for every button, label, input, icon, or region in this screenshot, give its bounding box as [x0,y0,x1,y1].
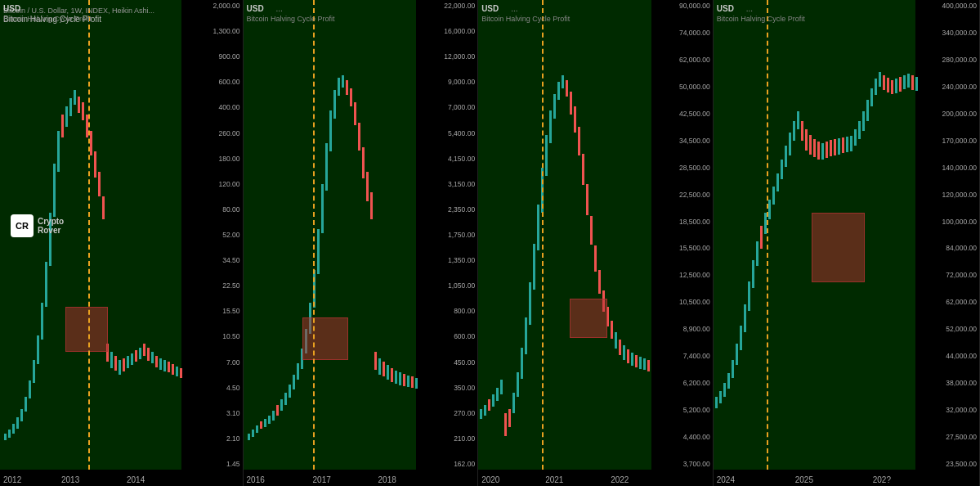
svg-rect-14 [61,115,64,137]
svg-rect-168 [879,72,881,87]
svg-rect-133 [736,344,738,365]
svg-rect-110 [578,127,580,155]
svg-rect-147 [793,121,795,141]
svg-rect-79 [391,368,393,382]
svg-rect-13 [57,131,60,172]
svg-rect-30 [127,356,129,368]
svg-rect-16 [69,98,72,116]
svg-rect-115 [598,270,601,294]
svg-rect-15 [65,106,68,127]
svg-rect-17 [74,90,76,105]
svg-rect-134 [740,326,742,350]
red-box-2 [302,317,348,360]
halving-line-2 [313,0,315,470]
svg-rect-29 [123,358,125,371]
svg-rect-61 [317,229,320,274]
chart-title-4: Bitcoin Halving Cycle Profit [717,15,805,23]
svg-rect-128 [715,397,718,408]
svg-rect-139 [760,226,763,249]
svg-rect-39 [163,360,166,371]
svg-rect-56 [297,363,299,380]
svg-rect-63 [325,143,328,191]
svg-rect-118 [611,321,613,339]
year-2022: 2022 [611,475,629,484]
svg-rect-45 [252,430,254,437]
svg-rect-170 [887,78,889,92]
usd-label-1: USD [3,4,20,13]
svg-rect-96 [521,348,523,379]
svg-rect-138 [756,241,758,266]
candle-chart-2 [244,33,419,470]
svg-rect-160 [846,137,848,152]
svg-rect-52 [280,399,283,411]
svg-rect-150 [805,129,808,151]
svg-rect-37 [155,356,158,367]
svg-rect-18 [78,97,80,113]
svg-rect-24 [102,196,105,219]
svg-rect-167 [875,79,877,95]
svg-rect-173 [899,77,902,92]
svg-rect-28 [119,360,121,375]
svg-rect-121 [623,345,625,360]
svg-rect-169 [883,75,885,90]
year-2018: 2018 [378,475,396,484]
svg-rect-112 [586,184,588,215]
svg-rect-35 [147,348,150,361]
svg-rect-21 [90,131,92,155]
svg-rect-127 [647,360,650,371]
svg-rect-113 [590,216,593,245]
candle-chart-3 [478,33,654,470]
svg-rect-144 [781,160,783,179]
svg-rect-94 [512,393,515,413]
svg-rect-64 [329,110,332,151]
usd-label-2: USD [247,4,264,13]
halving-line-4 [767,0,768,470]
svg-rect-12 [53,164,56,217]
svg-rect-40 [168,362,170,372]
svg-rect-82 [403,374,405,386]
svg-rect-137 [752,260,754,288]
svg-rect-42 [176,367,178,376]
svg-rect-23 [98,172,101,196]
svg-rect-54 [289,385,291,398]
candle-chart-1 [0,33,184,470]
svg-rect-92 [504,413,507,436]
svg-rect-8 [37,335,39,364]
chart-title-2: Bitcoin Halving Cycle Profit [247,15,335,23]
year-202x: 202? [873,475,891,484]
svg-rect-106 [562,75,564,88]
svg-rect-100 [537,205,539,250]
svg-rect-22 [94,151,96,178]
chart-panel-2: USD ... Bitcoin Halving Cycle Profit [244,0,479,486]
svg-rect-129 [719,391,722,403]
svg-rect-80 [395,371,397,384]
svg-rect-130 [723,383,726,397]
logo-icon: CR [11,214,34,237]
svg-rect-176 [911,75,914,90]
logo-text: Crypto Rover [38,217,64,235]
red-box-3 [570,299,607,338]
svg-rect-69 [350,88,352,106]
price-scale-1: 2,000.00 1,300.00 900.00 600.00 400.00 2… [181,0,243,470]
svg-rect-77 [383,362,385,376]
svg-rect-131 [727,373,730,389]
svg-rect-136 [748,281,750,311]
logo: CR Crypto Rover [11,214,64,237]
svg-rect-4 [20,409,23,421]
svg-rect-70 [354,102,356,125]
svg-rect-154 [821,143,824,160]
svg-rect-6 [29,380,31,398]
svg-rect-122 [627,349,629,363]
svg-rect-151 [809,135,812,155]
chart-title-1: Bitcoin Halving Cycle Profit [3,15,92,23]
svg-rect-55 [293,375,295,389]
svg-rect-159 [842,137,844,153]
svg-rect-53 [284,393,287,405]
usd-label-4: USD [717,4,734,13]
dots-2: ... [276,4,283,13]
chart-title-3: Bitcoin Halving Cycle Profit [481,15,570,23]
svg-rect-135 [744,304,746,332]
svg-rect-152 [813,139,816,157]
svg-rect-31 [131,353,133,365]
svg-rect-165 [866,100,869,121]
